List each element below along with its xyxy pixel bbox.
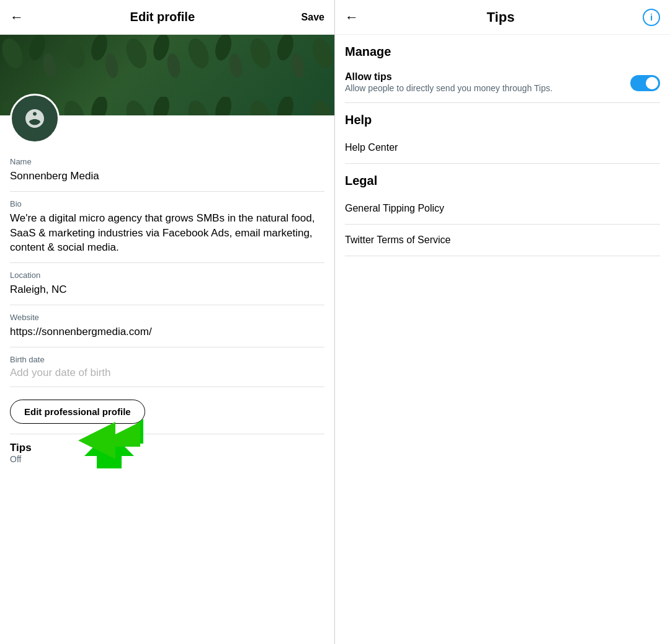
allow-tips-title: Allow tips <box>345 71 553 83</box>
allow-tips-desc: Allow people to directly send you money … <box>345 83 553 95</box>
right-back-button[interactable]: ← <box>345 9 359 25</box>
right-title: Tips <box>487 9 515 25</box>
name-label: Name <box>10 157 324 166</box>
manage-heading: Manage <box>345 35 660 64</box>
save-button[interactable]: Save <box>302 12 324 23</box>
help-center-item[interactable]: Help Center <box>345 132 660 164</box>
tipping-policy-item[interactable]: General Tipping Policy <box>345 193 660 225</box>
arrow-annotation <box>47 416 146 474</box>
profile-banner[interactable] <box>0 35 334 115</box>
left-panel: ← Edit profile Save Name Sonnenberg Medi… <box>0 0 335 644</box>
website-label: Website <box>10 313 324 322</box>
help-heading: Help <box>345 103 660 132</box>
right-panel: ← Tips i Manage Allow tips Allow people … <box>335 0 670 644</box>
birthdate-placeholder: Add your date of birth <box>10 367 324 379</box>
website-field[interactable]: Website https://sonnenbergmedia.com/ <box>10 305 324 347</box>
bio-label: Bio <box>10 199 324 208</box>
allow-tips-toggle[interactable] <box>630 75 660 91</box>
profile-fields: Name Sonnenberg Media Bio We're a digita… <box>0 150 334 644</box>
name-field[interactable]: Name Sonnenberg Media <box>10 150 324 192</box>
location-label: Location <box>10 271 324 280</box>
allow-tips-row: Allow tips Allow people to directly send… <box>345 64 660 103</box>
right-header: ← Tips i <box>335 0 670 35</box>
right-content: Manage Allow tips Allow people to direct… <box>335 35 670 256</box>
legal-heading: Legal <box>345 164 660 193</box>
name-value: Sonnenberg Media <box>10 169 324 184</box>
location-field[interactable]: Location Raleigh, NC <box>10 263 324 305</box>
terms-of-service-item[interactable]: Twitter Terms of Service <box>345 225 660 256</box>
left-back-button[interactable]: ← <box>10 9 24 25</box>
birthdate-label: Birth date <box>10 355 324 364</box>
location-value: Raleigh, NC <box>10 282 324 297</box>
bio-field[interactable]: Bio We're a digital micro agency that gr… <box>10 192 324 263</box>
tips-section[interactable]: Tips Off <box>10 434 324 469</box>
birthdate-field[interactable]: Birth date Add your date of birth <box>10 347 324 387</box>
camera-icon <box>24 107 46 130</box>
allow-tips-text: Allow tips Allow people to directly send… <box>345 71 553 95</box>
left-title: Edit profile <box>130 10 195 24</box>
bio-value: We're a digital micro agency that grows … <box>10 211 324 255</box>
website-value: https://sonnenbergmedia.com/ <box>10 324 324 339</box>
info-button[interactable]: i <box>643 9 660 26</box>
left-header: ← Edit profile Save <box>0 0 334 35</box>
avatar-container <box>10 94 60 143</box>
avatar[interactable] <box>10 94 60 143</box>
